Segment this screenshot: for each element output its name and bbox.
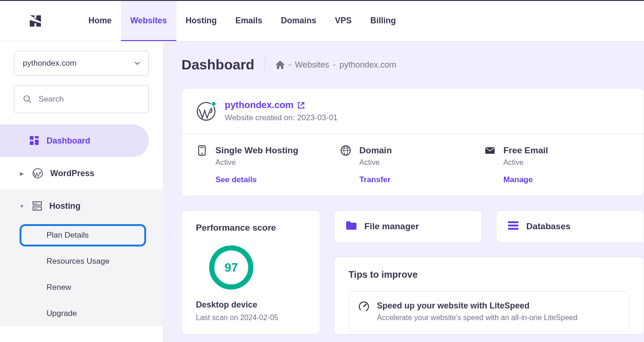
sidebar-item-wordpress[interactable]: ▶ WordPress	[0, 157, 163, 190]
wordpress-site-icon	[197, 102, 215, 121]
chevron-down-icon	[134, 62, 140, 65]
nav-items: Home Websites Hosting Emails Domains VPS…	[79, 1, 405, 41]
hosting-icon	[197, 145, 207, 156]
file-manager-card[interactable]: File manager	[334, 210, 482, 243]
domain-icon	[341, 145, 351, 156]
nav-emails[interactable]: Emails	[226, 1, 272, 41]
site-name-text: pythondex.com	[225, 100, 294, 110]
database-icon	[508, 221, 519, 233]
small-card-label: Databases	[526, 221, 570, 232]
grid-row: Performance score 97 Desktop device Last…	[181, 210, 644, 335]
home-icon[interactable]	[275, 61, 285, 69]
nav-vps[interactable]: VPS	[326, 1, 361, 41]
svg-point-13	[201, 153, 203, 154]
sidebar-item-label: Hosting	[49, 201, 80, 211]
tip-desc: Accelerate your website's speed with an …	[377, 314, 577, 322]
tip-item[interactable]: Speed up your website with LiteSpeed Acc…	[349, 291, 630, 332]
svg-rect-2	[30, 136, 34, 140]
nav-websites[interactable]: Websites	[121, 1, 176, 41]
performance-device: Desktop device	[196, 300, 306, 310]
sidebar-item-renew[interactable]: Renew	[0, 274, 163, 301]
svg-rect-4	[30, 141, 34, 145]
breadcrumb-websites[interactable]: Websites	[295, 60, 329, 70]
status-dot-icon	[211, 101, 216, 107]
cell-title: Free Email	[503, 145, 548, 156]
svg-point-0	[24, 96, 30, 102]
breadcrumb-site: pythondex.com	[339, 60, 396, 70]
small-card-label: File manager	[364, 221, 419, 232]
site-selector-label: pythondex.com	[23, 59, 76, 68]
performance-last-scan: Last scan on 2024-02-05	[196, 314, 306, 322]
nav-billing[interactable]: Billing	[361, 1, 405, 41]
cell-status: Active	[503, 158, 548, 167]
tips-title: Tips to improve	[349, 269, 630, 280]
folder-icon	[346, 221, 357, 233]
brand-logo[interactable]	[0, 1, 79, 41]
breadcrumb-sep: -	[333, 60, 335, 70]
chevron-down-icon: ▼	[19, 204, 25, 209]
sidebar-item-dashboard[interactable]: Dashboard	[0, 124, 149, 157]
sidebar-item-label: WordPress	[50, 169, 94, 178]
wordpress-icon	[33, 168, 43, 178]
cell-hosting: Single Web Hosting Active See details	[197, 145, 341, 185]
databases-card[interactable]: Databases	[496, 210, 644, 243]
sidebar-item-label: Dashboard	[47, 136, 90, 146]
sidebar-item-hosting[interactable]: ▼ Hosting	[0, 190, 163, 222]
svg-line-1	[29, 101, 31, 103]
manage-link[interactable]: Manage	[503, 175, 548, 185]
transfer-link[interactable]: Transfer	[359, 175, 392, 185]
search-icon	[23, 95, 32, 104]
sidebar: pythondex.com Dashboard ▶ WordPress ▼ Ho…	[0, 41, 163, 342]
performance-card: Performance score 97 Desktop device Last…	[181, 210, 320, 335]
site-created: Website created on: 2023-03-01	[225, 113, 338, 123]
svg-rect-3	[35, 136, 39, 138]
performance-ring: 97	[208, 244, 255, 291]
server-icon	[33, 201, 42, 211]
site-card-row: Single Web Hosting Active See details Do…	[182, 134, 644, 196]
svg-rect-5	[35, 140, 39, 145]
cell-status: Active	[359, 158, 392, 167]
site-name-link[interactable]: pythondex.com	[225, 100, 338, 110]
svg-rect-22	[508, 221, 518, 223]
nav-home[interactable]: Home	[79, 1, 121, 41]
see-details-link[interactable]: See details	[215, 175, 298, 185]
cell-domain: Domain Active Transfer	[341, 145, 484, 185]
breadcrumb-sep: -	[288, 60, 291, 70]
breadcrumb: - Websites - pythondex.com	[275, 60, 396, 70]
dashboard-icon	[30, 136, 39, 145]
site-card-header: pythondex.com Website created on: 2023-0…	[182, 89, 644, 134]
performance-title: Performance score	[196, 223, 306, 233]
cell-email: Free Email Active Manage	[485, 145, 629, 185]
nav-hosting[interactable]: Hosting	[176, 1, 226, 41]
hostinger-logo-icon	[28, 14, 43, 28]
svg-rect-24	[508, 228, 518, 230]
divider	[265, 56, 265, 73]
cell-status: Active	[215, 158, 298, 167]
nav-domains[interactable]: Domains	[272, 1, 326, 41]
page-header: Dashboard - Websites - pythondex.com	[181, 56, 644, 73]
email-icon	[485, 145, 495, 156]
site-card: pythondex.com Website created on: 2023-0…	[181, 88, 644, 196]
page-title: Dashboard	[181, 57, 255, 73]
external-link-icon	[297, 102, 305, 109]
sidebar-item-plan-details[interactable]: Plan Details	[0, 222, 163, 248]
small-cards-row: File manager Databases	[334, 210, 644, 243]
speed-icon	[358, 301, 369, 312]
svg-rect-23	[508, 225, 518, 226]
cell-title: Domain	[359, 145, 392, 156]
performance-score: 97	[208, 244, 255, 291]
search-input[interactable]	[39, 95, 140, 104]
search-box[interactable]	[14, 85, 149, 113]
tip-title: Speed up your website with LiteSpeed	[377, 301, 577, 311]
chevron-right-icon: ▶	[19, 171, 25, 176]
top-nav: Home Websites Hosting Emails Domains VPS…	[0, 0, 644, 41]
sidebar-item-resources-usage[interactable]: Resources Usage	[0, 248, 163, 274]
cell-title: Single Web Hosting	[215, 145, 298, 156]
tips-card: Tips to improve Speed up your website wi…	[334, 257, 644, 335]
sidebar-item-upgrade[interactable]: Upgrade	[0, 301, 163, 327]
main-content: Dashboard - Websites - pythondex.com pyt…	[163, 41, 644, 342]
site-selector[interactable]: pythondex.com	[14, 51, 149, 76]
